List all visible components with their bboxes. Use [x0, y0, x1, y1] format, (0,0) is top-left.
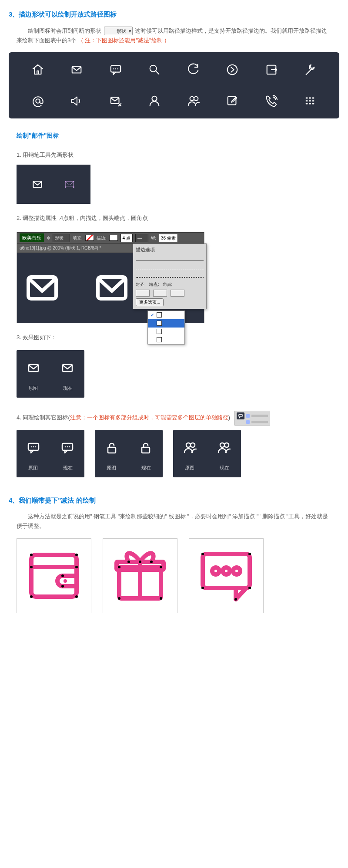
- svg-point-64: [139, 561, 141, 563]
- mail-icon: [25, 273, 60, 303]
- svg-point-2: [113, 68, 114, 69]
- step-4: 4. 同理绘制其它图标(注意：一个图标有多部分组成时，可能需要多个图层的单独路径…: [17, 411, 331, 426]
- svg-point-75: [234, 598, 237, 601]
- svg-rect-26: [73, 181, 74, 182]
- users-icon: [215, 439, 233, 457]
- compare-lock: 原图现在: [95, 430, 163, 477]
- svg-point-66: [150, 561, 153, 563]
- w-input[interactable]: 36 像素: [159, 234, 178, 242]
- svg-point-39: [65, 446, 66, 448]
- corner-dropdown[interactable]: [171, 290, 184, 297]
- note-red: （ 注：下图图标还能用"减法"绘制 ）: [78, 37, 170, 44]
- step-2: 2. 调整描边属性 ,4点粗，内描边，圆头端点，圆角点: [17, 213, 331, 223]
- svg-point-52: [30, 595, 33, 598]
- search-icon: [145, 60, 164, 79]
- result-compare-tile: 原图 现在: [17, 350, 84, 398]
- svg-point-53: [75, 595, 78, 598]
- edit-icon: [223, 91, 242, 111]
- chat-icon: [58, 439, 77, 457]
- svg-point-12: [194, 96, 198, 100]
- note-red: 注意：一个图标有多部分组成时，可能需要多个图层的单独路径: [70, 415, 228, 421]
- svg-rect-24: [66, 181, 74, 186]
- label-original: 原图: [24, 384, 42, 392]
- svg-rect-18: [309, 100, 311, 101]
- layer-strip: [234, 411, 270, 426]
- mail-icon: [58, 359, 77, 377]
- home-icon: [28, 60, 47, 79]
- stroke-options-popover: 描边选项 对齐: 端点: 角点: 更多选项...: [133, 243, 207, 310]
- svg-rect-67: [203, 554, 250, 588]
- wallet-icon: [17, 538, 91, 613]
- svg-point-45: [191, 443, 195, 447]
- svg-point-62: [118, 597, 120, 600]
- stroke-swatch[interactable]: [109, 235, 118, 241]
- user-icon: [145, 91, 164, 111]
- fill-swatch[interactable]: [85, 235, 94, 241]
- svg-point-60: [118, 566, 120, 568]
- section-4-para: 这种方法就是之前说的用" 钢笔工具 "来绘制那些较细的" 线图标 "，必要时会用…: [17, 512, 331, 531]
- svg-rect-27: [65, 186, 67, 188]
- svg-rect-19: [312, 100, 315, 101]
- svg-point-47: [224, 443, 229, 447]
- svg-point-74: [248, 587, 251, 589]
- section-3-title: 3、描边形状可以绘制开放式路径图标: [9, 9, 339, 20]
- stroke-style-list[interactable]: [136, 255, 204, 278]
- step-1: 1. 用钢笔工具先画形状: [17, 150, 331, 160]
- progress-icon: [223, 60, 242, 79]
- label-now: 现在: [59, 464, 77, 472]
- shape-dropdown[interactable]: 形状 ▾: [104, 27, 133, 36]
- users-icon: [184, 91, 203, 111]
- svg-rect-21: [309, 103, 311, 104]
- popover-title: 描边选项: [136, 246, 204, 254]
- label-original: 原图: [24, 464, 42, 472]
- svg-point-10: [152, 96, 157, 101]
- svg-point-3: [115, 68, 116, 69]
- ps-tab-music[interactable]: 欧美音乐: [20, 233, 44, 243]
- more-options-button[interactable]: 更多选项...: [136, 298, 164, 306]
- compare-users: 原图现在: [173, 430, 241, 477]
- svg-point-8: [36, 99, 40, 103]
- stroke-style-dropdown[interactable]: —: [135, 234, 148, 242]
- svg-rect-15: [309, 97, 311, 98]
- svg-point-71: [201, 553, 204, 555]
- section-3-para: 绘制图标时会用到间断的形状 形状 ▾ 这时候可以用路径描边样式，是支持开放路径描…: [17, 26, 331, 45]
- svg-point-69: [223, 567, 230, 574]
- w-label: W:: [151, 234, 156, 242]
- svg-point-65: [127, 561, 130, 563]
- svg-point-40: [67, 446, 68, 448]
- svg-rect-17: [306, 100, 308, 101]
- align-label: 对齐:: [136, 280, 146, 288]
- align-dropdown-menu[interactable]: ✔ ✔ ✔ ✔: [147, 311, 185, 344]
- svg-rect-22: [312, 103, 315, 104]
- para-text: 绘制图标时会用到间断的形状: [28, 27, 101, 34]
- pink-path-row: [17, 538, 331, 613]
- mail-icon: [24, 359, 43, 377]
- label-now: 现在: [216, 464, 233, 472]
- mail-icon: [30, 177, 45, 192]
- exit-icon: [262, 60, 281, 79]
- fill-label: 填充:: [73, 234, 83, 242]
- svg-point-63: [160, 597, 162, 600]
- svg-rect-42: [108, 447, 116, 453]
- svg-rect-25: [65, 181, 67, 182]
- visibility-toggle[interactable]: [246, 414, 250, 418]
- ps-mode-dropdown[interactable]: 形状: [53, 234, 70, 242]
- chat-icon: [237, 412, 244, 419]
- stroke-width-input[interactable]: 4 点: [120, 234, 133, 242]
- svg-point-37: [35, 446, 37, 448]
- cap-label: 端点:: [149, 280, 159, 288]
- align-dropdown[interactable]: [136, 290, 150, 297]
- at-icon: [28, 91, 47, 111]
- path-outline-icon: [62, 177, 77, 192]
- refresh-icon: [184, 60, 203, 79]
- stroke-label: 描边:: [97, 234, 107, 242]
- svg-rect-0: [72, 66, 81, 73]
- visibility-toggle[interactable]: [246, 420, 250, 424]
- label-original: 原图: [181, 464, 198, 472]
- compare-chat: 原图现在: [17, 430, 84, 477]
- svg-rect-33: [239, 415, 242, 417]
- svg-point-56: [61, 574, 64, 577]
- phone-icon: [262, 91, 281, 111]
- corner-label: 角点:: [163, 280, 173, 288]
- cap-dropdown[interactable]: [153, 290, 167, 297]
